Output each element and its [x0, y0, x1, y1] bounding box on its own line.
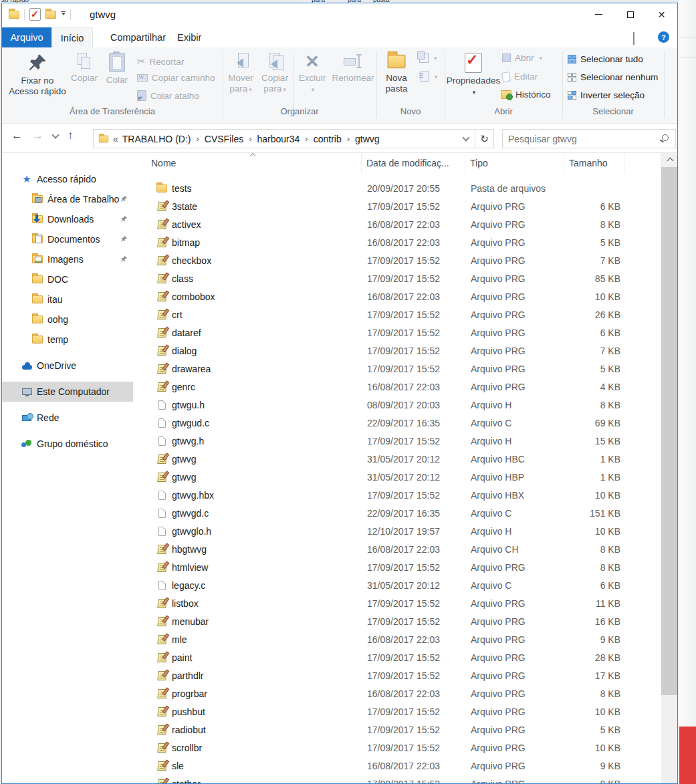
file-row[interactable]: statbar17/09/2017 15:52Arquivo PRG9 KB	[133, 775, 661, 784]
sidebar-item-temp[interactable]: temp	[2, 330, 133, 350]
file-row[interactable]: paint17/09/2017 15:52Arquivo PRG28 KB	[133, 648, 661, 666]
new-item-button[interactable]: ▾	[419, 53, 437, 63]
file-row[interactable]: gtwvglo.h12/10/2017 19:57Arquivo H10 KB	[133, 522, 661, 540]
help-button[interactable]: ?	[658, 31, 669, 43]
file-row[interactable]: crt17/09/2017 15:52Arquivo PRG26 KB	[133, 305, 661, 323]
file-row[interactable]: gtwgud.c22/09/2017 16:35Arquivo C69 KB	[133, 414, 661, 432]
file-row[interactable]: drawarea17/09/2017 15:52Arquivo PRG5 KB	[133, 360, 661, 378]
file-row[interactable]: listbox17/09/2017 15:52Arquivo PRG11 KB	[133, 594, 661, 612]
file-row[interactable]: class17/09/2017 15:52Arquivo PRG85 KB	[133, 269, 661, 287]
tab-file[interactable]: Arquivo	[2, 27, 51, 47]
file-row[interactable]: tests20/09/2017 20:55Pasta de arquivos	[133, 179, 661, 197]
sidebar-item-grupo-domestico[interactable]: Grupo doméstico	[2, 434, 133, 454]
select-all-button[interactable]: Selecionar tudo	[568, 54, 643, 64]
sidebar-item-itau[interactable]: itau	[2, 289, 133, 309]
close-button[interactable]: ✕	[646, 3, 677, 25]
pin-to-quick-access-button[interactable]: Fixar no Acesso rápido	[6, 53, 69, 97]
file-row[interactable]: gtwgu.h08/09/2017 20:03Arquivo H8 KB	[133, 396, 661, 414]
file-row[interactable]: gtwvg.h17/09/2017 15:52Arquivo H15 KB	[133, 432, 661, 450]
sidebar-item-rede[interactable]: Rede	[2, 408, 133, 428]
forward-button[interactable]: →	[32, 129, 43, 142]
file-row[interactable]: sle16/08/2017 22:03Arquivo PRG9 KB	[133, 757, 661, 775]
vertical-scrollbar[interactable]	[661, 153, 678, 784]
file-row[interactable]: gtwvgd.c22/09/2017 16:35Arquivo C151 KB	[133, 504, 661, 522]
file-row[interactable]: gtwvg.hbx17/09/2017 15:52Arquivo HBX10 K…	[133, 486, 661, 504]
copy-to-button[interactable]: Copiar para▾	[258, 53, 292, 95]
column-header-type[interactable]: Tipo	[465, 153, 564, 173]
cut-button[interactable]: ✂ Recortar	[137, 55, 184, 68]
back-button[interactable]: ←	[11, 129, 23, 142]
file-row[interactable]: combobox16/08/2017 22:03Arquivo PRG10 KB	[133, 287, 661, 305]
file-row[interactable]: hbgtwvg16/08/2017 22:03Arquivo CH8 KB	[133, 540, 661, 558]
new-folder-button[interactable]: Novapasta	[379, 53, 414, 94]
paste-shortcut-button[interactable]: Colar atalho	[137, 90, 199, 101]
edit-button[interactable]: Editar	[502, 72, 538, 82]
tab-home[interactable]: Início	[51, 27, 93, 47]
file-row[interactable]: scrollbr17/09/2017 15:52Arquivo PRG10 KB	[133, 739, 661, 757]
sidebar-item-doc[interactable]: DOC	[2, 269, 133, 289]
column-header-date[interactable]: Data de modificaç...	[362, 153, 465, 173]
file-row[interactable]: pushbut17/09/2017 15:52Arquivo PRG10 KB	[133, 702, 661, 721]
file-row[interactable]: mle16/08/2017 22:03Arquivo PRG9 KB	[133, 630, 661, 648]
file-row[interactable]: htmlview17/09/2017 15:52Arquivo PRG8 KB	[133, 558, 661, 576]
qat-customize-icon[interactable]	[61, 11, 66, 17]
sidebar-item-area-de-trabalho[interactable]: Área de Trabalho	[2, 189, 133, 209]
scrollbar-thumb[interactable]	[661, 167, 678, 695]
file-row[interactable]: checkbox17/09/2017 15:52Arquivo PRG7 KB	[133, 251, 661, 269]
file-row[interactable]: genrc16/08/2017 22:03Arquivo PRG4 KB	[133, 378, 661, 396]
paste-button[interactable]: Colar	[102, 53, 132, 86]
recent-locations-icon[interactable]	[51, 131, 59, 138]
file-row[interactable]: progrbar16/08/2017 22:03Arquivo PRG8 KB	[133, 684, 661, 702]
scroll-up-button[interactable]	[661, 153, 678, 166]
search-icon[interactable]	[659, 134, 670, 144]
crumb[interactable]: gtwvg	[355, 134, 380, 144]
sidebar-item-acesso-rapido[interactable]: ★Acesso rápido	[2, 169, 133, 189]
up-button[interactable]: ↑	[68, 129, 74, 142]
tab-share[interactable]: Compartilhar	[101, 27, 175, 47]
crumb[interactable]: TRABALHO (D:)	[122, 134, 191, 144]
file-row[interactable]: bitmap16/08/2017 22:03Arquivo PRG5 KB	[133, 233, 661, 251]
copy-button[interactable]: Copiar	[68, 53, 100, 84]
overflow-mark[interactable]: «	[113, 134, 118, 144]
easy-access-button[interactable]: ▾	[421, 72, 438, 82]
sidebar-item-este-computador[interactable]: Este Computador	[2, 382, 133, 402]
properties-button[interactable]: ✓ Propriedades▾	[447, 53, 499, 98]
open-button[interactable]: Abrir▾	[502, 53, 542, 63]
copy-path-button[interactable]: W.. Copiar caminho	[137, 73, 215, 83]
file-row[interactable]: 3state17/09/2017 15:52Arquivo PRG6 KB	[133, 197, 661, 215]
crumb[interactable]: CVSFiles	[205, 134, 243, 144]
refresh-button[interactable]: ↻	[475, 130, 493, 148]
column-header-size[interactable]: Tamanho	[564, 153, 624, 173]
history-button[interactable]: Histórico	[501, 90, 551, 100]
sidebar-item-onedrive[interactable]: OneDrive	[2, 356, 133, 376]
sidebar-item-oohg[interactable]: oohg	[2, 309, 133, 330]
rename-button[interactable]: Renomear	[330, 53, 376, 84]
search-input[interactable]	[503, 134, 659, 144]
column-header-name[interactable]: Nome	[133, 153, 362, 173]
invert-selection-button[interactable]: Inverter seleção	[568, 90, 645, 100]
move-to-button[interactable]: Mover para▾	[224, 53, 257, 95]
file-row[interactable]: gtwvg31/05/2017 20:12Arquivo HBC1 KB	[133, 450, 661, 468]
maximize-button[interactable]	[614, 3, 646, 25]
sidebar-item-documentos[interactable]: Documentos	[2, 229, 133, 249]
file-row[interactable]: dataref17/09/2017 15:52Arquivo PRG6 KB	[133, 323, 661, 342]
file-row[interactable]: dialog17/09/2017 15:52Arquivo PRG7 KB	[133, 342, 661, 360]
file-row[interactable]: menubar17/09/2017 15:52Arquivo PRG16 KB	[133, 612, 661, 630]
file-row[interactable]: activex16/08/2017 22:03Arquivo PRG8 KB	[133, 215, 661, 233]
sidebar-item-imagens[interactable]: Imagens	[2, 249, 133, 269]
crumb[interactable]: harbour34	[257, 134, 300, 144]
file-row[interactable]: parthdlr17/09/2017 15:52Arquivo PRG17 KB	[133, 666, 661, 684]
file-row[interactable]: legacy.c31/05/2017 20:12Arquivo C6 KB	[133, 576, 661, 594]
address-bar[interactable]: « TRABALHO (D:)› CVSFiles› harbour34› co…	[93, 129, 494, 148]
tab-view[interactable]: Exibir	[168, 27, 211, 47]
sidebar-item-downloads[interactable]: Downloads	[2, 209, 133, 229]
collapse-ribbon-button[interactable]	[633, 33, 640, 40]
properties-qat-icon[interactable]: ✓	[29, 8, 41, 21]
file-row[interactable]: gtwvg31/05/2017 20:12Arquivo HBP1 KB	[133, 468, 661, 486]
address-dropdown-button[interactable]	[457, 130, 475, 148]
file-row[interactable]: radiobut17/09/2017 15:52Arquivo PRG5 KB	[133, 721, 661, 739]
delete-button[interactable]: ✕ Excluir▾	[295, 53, 330, 95]
crumb[interactable]: contrib	[314, 134, 342, 144]
minimize-button[interactable]	[583, 3, 614, 25]
select-none-button[interactable]: Selecionar nenhum	[568, 72, 658, 82]
